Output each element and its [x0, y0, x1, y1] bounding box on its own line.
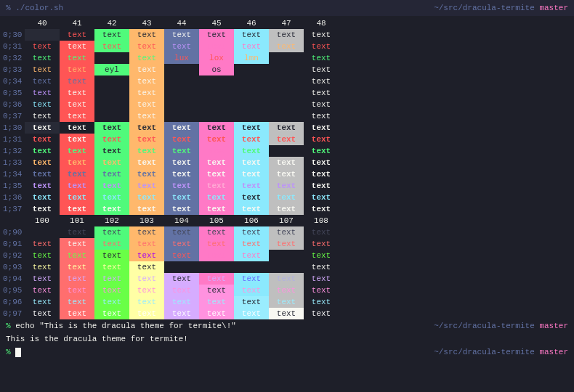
- row-0-93: 0;93 text text text text text: [3, 261, 571, 273]
- row-0-96: 0;96 text text text text text text text …: [3, 296, 571, 308]
- echo-command: echo "This is the dracula theme for term…: [15, 322, 236, 330]
- title-right: ~/src/dracula-termite master: [434, 1, 568, 15]
- status-right-2: ~/src/dracula-termite master: [434, 346, 568, 358]
- row-0-35: 0;35 text text text text: [3, 87, 571, 99]
- row-1-31: 1;31 text text text text text text text …: [3, 134, 571, 145]
- row-1-32: 1;32 text text text text text tox text t…: [3, 145, 571, 157]
- row-0-33: 0;33 text text eyl text os text: [3, 64, 571, 75]
- header-row-100: 100 101 102 103 104 105 106 107 108: [3, 215, 571, 226]
- echo-output: This is the dracula theme for termite!: [6, 335, 188, 343]
- row-1-34: 1;34 text text text text text text text …: [3, 168, 571, 180]
- row-0-32: 0;32 text text text lux lox lmn text: [3, 52, 571, 64]
- row-0-34: 0;34 text text text text: [3, 75, 571, 87]
- prompt-char: %: [6, 322, 15, 330]
- terminal-content: 40 41 42 43 44 45 46 47 48 0;30 text tex…: [0, 16, 574, 392]
- row-0-37: 0;37 text text text text: [3, 110, 571, 122]
- row-0-97: 0;97 text text text text text text text …: [3, 308, 571, 319]
- prompt-char-2: %: [6, 348, 15, 356]
- cursor: [15, 348, 21, 357]
- row-0-90: 0;90 text text text text text text text …: [3, 226, 571, 238]
- row-1-30: 1;30 text text text text text text text …: [3, 122, 571, 134]
- row-0-30: 0;30 text text text text text text text …: [3, 29, 571, 41]
- title-left: % ./color.sh: [6, 1, 63, 15]
- row-0-95: 0;95 text text text text text text text …: [3, 285, 571, 296]
- status-right-1: ~/src/dracula-termite master: [434, 320, 568, 332]
- title-bar: % ./color.sh ~/src/dracula-termite maste…: [0, 0, 574, 16]
- row-0-94: 0;94 text text text text text text text …: [3, 273, 571, 285]
- row-1-37: 1;37 text text text text text text text …: [3, 203, 571, 215]
- header-row-40: 40 41 42 43 44 45 46 47 48: [3, 17, 571, 29]
- prompt-line: ~/src/dracula-termite master %: [3, 346, 571, 359]
- row-0-31: 0;31 text text text text text text text …: [3, 41, 571, 52]
- echo-output-line: This is the dracula theme for termite!: [3, 332, 571, 346]
- echo-command-line: % echo "This is the dracula theme for te…: [3, 319, 571, 332]
- terminal: % ./color.sh ~/src/dracula-termite maste…: [0, 0, 574, 392]
- row-1-36: 1;36 text text text text text text text …: [3, 192, 571, 203]
- row-0-91: 0;91 text text text text text text text …: [3, 238, 571, 250]
- row-0-36: 0;36 text text text text: [3, 99, 571, 110]
- row-1-33: 1;33 text text text text text text text …: [3, 157, 571, 168]
- row-1-35: 1;35 text text text text text text text …: [3, 180, 571, 192]
- row-0-92: 0;92 text text text text text text text …: [3, 250, 571, 261]
